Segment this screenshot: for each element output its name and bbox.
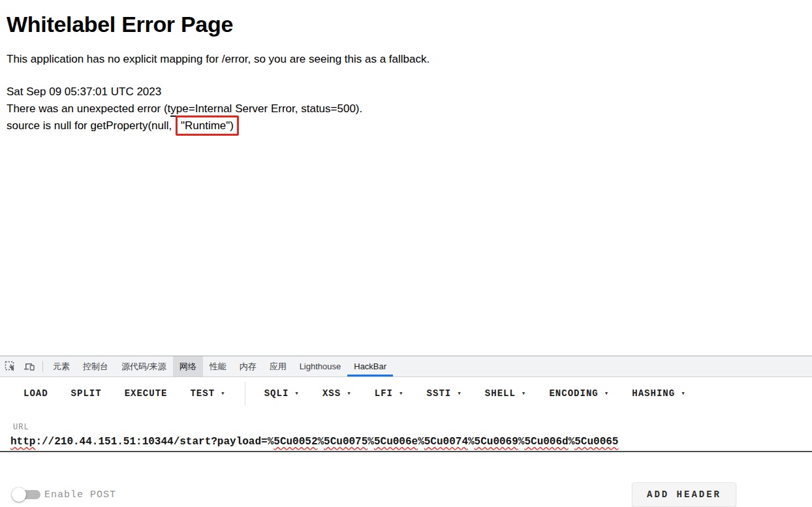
error-detail-text-after: Server Error, status=500). xyxy=(232,102,362,115)
inspect-icon xyxy=(5,361,16,372)
add-header-button[interactable]: ADD HEADER xyxy=(632,482,736,507)
error-message: This application has no explicit mapping… xyxy=(7,53,805,66)
url-segment: % xyxy=(468,436,475,448)
chevron-down-icon: ▾ xyxy=(681,390,686,397)
url-input-underline xyxy=(0,451,812,452)
url-segment: 5Cu0065 xyxy=(574,436,618,448)
chevron-down-icon: ▾ xyxy=(347,390,352,397)
url-segment: % xyxy=(318,436,324,448)
execute-button-label: EXECUTE xyxy=(125,388,168,399)
url-segment: 5Cu006e xyxy=(374,436,418,448)
tab-sources[interactable]: 源代码/来源 xyxy=(115,356,173,376)
hashing-menu-button[interactable]: HASHING▾ xyxy=(632,388,685,399)
error-detail-line: There was an unexpected error (type=Inte… xyxy=(7,100,805,117)
url-segment: % xyxy=(367,436,374,448)
hackbar-bottom-row: Enable POST ADD HEADER xyxy=(0,482,812,507)
menu-divider xyxy=(245,382,245,405)
load-button[interactable]: LOAD xyxy=(23,388,48,399)
tab-hackbar[interactable]: HackBar xyxy=(347,356,393,376)
encoding-menu-button[interactable]: ENCODING▾ xyxy=(549,388,609,399)
execute-button[interactable]: EXECUTE xyxy=(125,388,168,399)
devtools-tab-bar: 元素 控制台 源代码/来源 网络 性能 内存 应用 Lighthouse Hac… xyxy=(0,356,812,377)
ssti-menu-button[interactable]: SSTI▾ xyxy=(427,388,462,399)
xss-menu-label: XSS xyxy=(322,388,341,399)
url-label: URL xyxy=(0,423,812,432)
url-input[interactable]: http://210.44.151.51:10344/start?payload… xyxy=(0,436,812,448)
url-segment: ://210.44.151.51:10344/start?payload= xyxy=(35,436,267,448)
url-field: URL http://210.44.151.51:10344/start?pay… xyxy=(0,410,812,452)
error-detail-text: There was an unexpected error (t xyxy=(7,102,170,115)
tab-memory[interactable]: 内存 xyxy=(233,356,263,376)
split-button-label: SPLIT xyxy=(71,388,102,399)
hackbar-panel: LOAD SPLIT EXECUTE TEST▾ SQLI▾ XSS▾ LFI▾… xyxy=(0,377,812,507)
enable-post-group: Enable POST xyxy=(12,487,116,502)
url-segment: % xyxy=(569,436,575,448)
tabbar-divider xyxy=(42,361,43,372)
split-button[interactable]: SPLIT xyxy=(71,388,102,399)
error-source-line: source is null for getProperty(null, "Ru… xyxy=(7,117,805,134)
devtools-panel: 元素 控制台 源代码/来源 网络 性能 内存 应用 Lighthouse Hac… xyxy=(0,356,812,507)
enable-post-toggle[interactable] xyxy=(12,487,40,502)
load-button-label: LOAD xyxy=(23,388,48,399)
chevron-down-icon: ▾ xyxy=(604,390,610,397)
tab-console[interactable]: 控制台 xyxy=(76,356,115,376)
url-segment: 5Cu0074 xyxy=(424,436,468,448)
tab-lighthouse[interactable]: Lighthouse xyxy=(293,356,348,376)
lfi-menu-label: LFI xyxy=(375,388,393,399)
url-segment: 5Cu0075 xyxy=(324,436,367,448)
url-segment: 5Cu0052 xyxy=(273,436,317,448)
xss-menu-button[interactable]: XSS▾ xyxy=(322,388,352,399)
toggle-knob xyxy=(12,487,26,502)
sqli-menu-label: SQLI xyxy=(264,388,289,399)
test-menu-label: TEST xyxy=(190,388,215,399)
chevron-down-icon: ▾ xyxy=(457,390,462,397)
ssti-menu-label: SSTI xyxy=(427,388,452,399)
url-segment: % xyxy=(518,436,525,448)
error-page: Whitelabel Error Page This application h… xyxy=(0,0,812,134)
url-segment: 5Cu006d xyxy=(524,436,568,448)
url-segment: http xyxy=(10,436,35,448)
error-timestamp: Sat Sep 09 05:37:01 UTC 2023 xyxy=(7,84,805,100)
shell-menu-label: SHELL xyxy=(485,388,516,399)
url-segment: % xyxy=(268,436,274,448)
sqli-menu-button[interactable]: SQLI▾ xyxy=(264,388,300,399)
error-source-text: source is null for getProperty(null, xyxy=(7,119,175,132)
shell-menu-button[interactable]: SHELL▾ xyxy=(485,388,527,399)
chevron-down-icon: ▾ xyxy=(221,390,226,397)
enable-post-label: Enable POST xyxy=(44,489,116,500)
tab-performance[interactable]: 性能 xyxy=(203,356,233,376)
url-segment: % xyxy=(418,436,424,448)
device-toolbar-button[interactable] xyxy=(20,356,39,376)
device-toolbar-icon xyxy=(23,361,35,372)
chevron-down-icon: ▾ xyxy=(522,390,527,397)
hashing-menu-label: HASHING xyxy=(632,388,675,399)
lfi-menu-button[interactable]: LFI▾ xyxy=(375,388,404,399)
underline-annotation: ype=Internal xyxy=(170,102,232,117)
tab-elements[interactable]: 元素 xyxy=(46,356,76,376)
encoding-menu-label: ENCODING xyxy=(549,388,598,399)
page-title: Whitelabel Error Page xyxy=(7,12,805,37)
url-segment: 5Cu0069 xyxy=(475,436,518,448)
red-box-annotation: "Runtime") xyxy=(176,115,239,136)
hackbar-menu: LOAD SPLIT EXECUTE TEST▾ SQLI▾ XSS▾ LFI▾… xyxy=(0,377,812,410)
test-menu-button[interactable]: TEST▾ xyxy=(190,388,225,399)
tab-application[interactable]: 应用 xyxy=(263,356,293,376)
tab-network[interactable]: 网络 xyxy=(173,356,203,376)
chevron-down-icon: ▾ xyxy=(294,390,300,397)
chevron-down-icon: ▾ xyxy=(399,390,404,397)
inspect-element-button[interactable] xyxy=(0,356,20,376)
